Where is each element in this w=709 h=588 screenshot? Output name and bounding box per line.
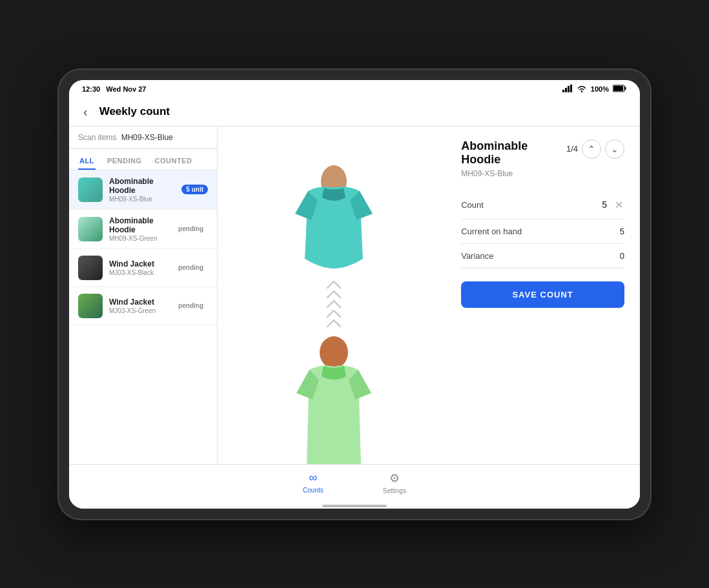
tab-settings[interactable]: ⚙ Settings [373, 470, 416, 496]
product-image-top [269, 130, 398, 269]
nav-controls: 1/4 ⌃ ⌄ [566, 139, 624, 159]
settings-icon: ⚙ [389, 471, 400, 485]
page-title: Weekly count [99, 105, 170, 118]
tab-pending[interactable]: PENDING [106, 153, 143, 170]
list-item[interactable]: Abominable Hoodie MH09-XS-Green pending [69, 210, 217, 249]
scan-items-label: Scan items [78, 133, 116, 142]
product-image-bottom [269, 336, 398, 464]
count-clear-button[interactable]: ✕ [613, 198, 624, 212]
item-name-3: Wind Jacket [109, 259, 167, 269]
list-item[interactable]: Wind Jacket MJ03-XS-Green pending [69, 287, 217, 325]
svg-rect-0 [562, 90, 564, 92]
status-bar: 12:30 Wed Nov 27 [69, 80, 640, 98]
item-name-2: Abominable Hoodie [109, 216, 167, 234]
detail-panel: Abominable Hoodie MH09-XS-Blue 1/4 ⌃ ⌄ [218, 127, 640, 464]
item-badge-3: pending [174, 263, 208, 272]
item-name-1: Abominable Hoodie [109, 177, 175, 195]
counts-label: Counts [303, 487, 324, 494]
nav-next-button[interactable]: ⌄ [605, 139, 624, 159]
bottom-tab-bar: ∞ Counts ⚙ Settings [69, 464, 640, 502]
count-form: Count 5 ✕ Current on hand 5 Variance [461, 191, 624, 308]
tab-counted[interactable]: COUNTED [154, 153, 194, 170]
scroll-arrows [324, 278, 344, 330]
item-thumb-3 [78, 256, 103, 280]
item-sku-2: MH09-XS-Green [109, 235, 167, 242]
status-time: 12:30 [82, 85, 100, 93]
variance-value: 0 [620, 251, 624, 261]
current-on-hand-label: Current on hand [461, 227, 522, 236]
settings-label: Settings [383, 487, 406, 494]
svg-rect-5 [625, 86, 626, 90]
product-name: Abominable Hoodie [461, 139, 566, 167]
variance-row: Variance 0 [461, 244, 624, 269]
item-badge-1: 5 unit [181, 185, 208, 194]
item-thumb-2 [78, 217, 103, 241]
product-header: Abominable Hoodie MH09-XS-Blue 1/4 ⌃ ⌄ [461, 139, 624, 178]
item-list: Abominable Hoodie MH09-XS-Blue 5 unit Ab… [69, 170, 217, 464]
save-count-button[interactable]: SAVE COUNT [461, 281, 624, 308]
status-date: Wed Nov 27 [106, 85, 146, 93]
variance-label: Variance [461, 251, 493, 261]
signal-icon [562, 85, 573, 94]
sidebar: Scan items MH09-XS-Blue ALL PENDING COUN… [69, 127, 218, 464]
product-sku: MH09-XS-Blue [461, 169, 566, 178]
item-sku-3: MJ03-XS-Black [109, 269, 167, 276]
item-thumb-4 [78, 294, 103, 318]
tab-bar: ALL PENDING COUNTED [69, 149, 217, 170]
scan-items-bar: Scan items MH09-XS-Blue [69, 127, 217, 149]
main-content: Scan items MH09-XS-Blue ALL PENDING COUN… [69, 127, 640, 464]
home-bar [322, 505, 387, 507]
nav-prev-button[interactable]: ⌃ [582, 139, 601, 159]
battery-icon [613, 85, 627, 94]
item-badge-2: pending [174, 224, 208, 234]
wifi-icon [577, 85, 587, 94]
item-sku-1: MH09-XS-Blue [109, 196, 175, 203]
count-value[interactable]: 5 [602, 199, 607, 210]
svg-rect-6 [613, 86, 623, 91]
svg-point-8 [320, 336, 348, 369]
nav-counter: 1/4 [566, 144, 578, 154]
product-image-area [218, 127, 450, 464]
count-input-row: Count 5 ✕ [461, 191, 624, 219]
current-on-hand-value: 5 [620, 227, 624, 236]
item-name-4: Wind Jacket [109, 298, 167, 307]
svg-rect-2 [568, 86, 570, 92]
counts-icon: ∞ [309, 471, 318, 485]
item-sku-4: MJ03-XS-Green [109, 307, 167, 314]
tab-counts[interactable]: ∞ Counts [293, 470, 334, 496]
tab-all[interactable]: ALL [78, 153, 96, 170]
scan-items-value: MH09-XS-Blue [121, 133, 173, 142]
back-button[interactable]: ‹ [79, 103, 92, 121]
battery-label: 100% [591, 85, 609, 93]
info-panel: Abominable Hoodie MH09-XS-Blue 1/4 ⌃ ⌄ [446, 127, 640, 321]
svg-rect-3 [570, 85, 572, 92]
count-label: Count [461, 200, 484, 210]
list-item[interactable]: Abominable Hoodie MH09-XS-Blue 5 unit [69, 170, 217, 210]
list-item[interactable]: Wind Jacket MJ03-XS-Black pending [69, 249, 217, 287]
home-indicator [69, 502, 640, 509]
app-header: ‹ Weekly count [69, 98, 640, 127]
item-badge-4: pending [174, 301, 208, 310]
current-on-hand-row: Current on hand 5 [461, 219, 624, 244]
svg-rect-1 [565, 88, 567, 92]
item-thumb-1 [78, 177, 103, 202]
